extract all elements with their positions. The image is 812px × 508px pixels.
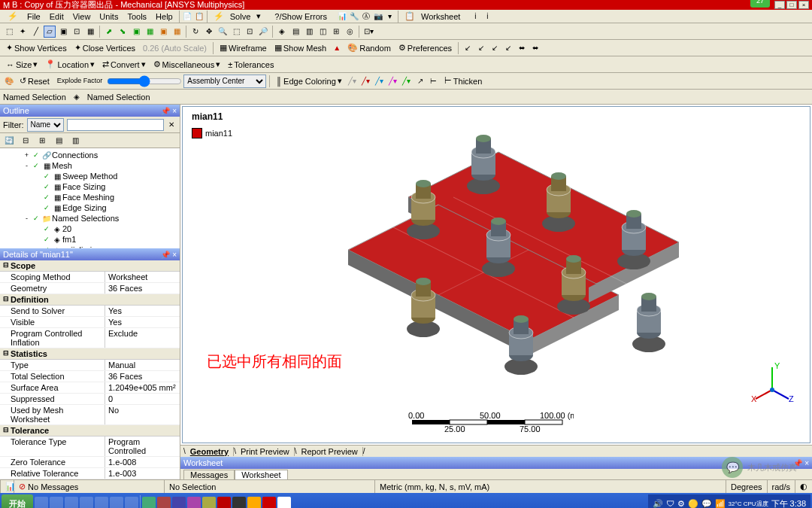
edge-icon[interactable]: ╱▾	[360, 75, 372, 87]
size-dropdown[interactable]: ↔Size ▾	[3, 59, 41, 69]
edge-icon[interactable]: ╱▾	[347, 75, 359, 87]
tree-node-named-selections[interactable]: -📁Named Selections	[2, 213, 178, 224]
zoom-icon[interactable]: 🔍	[217, 26, 229, 38]
edge-coloring-dropdown[interactable]: ║Edge Coloring ▾	[273, 76, 345, 86]
quick-launch-icon[interactable]	[110, 497, 123, 508]
details-section-tolerance[interactable]: ⊟Tolerance	[0, 425, 180, 437]
wireframe-button[interactable]: ▦Wireframe	[217, 43, 270, 53]
pin-icon[interactable]: 📌 ×	[161, 251, 177, 259]
system-tray[interactable]: 🔊 🛡 ⚙ 🟡 💬 📶 32°C CPU温度 下午 3:38	[648, 494, 810, 508]
tray-icon[interactable]: 📶	[715, 499, 726, 509]
rotate-icon[interactable]: ↻	[189, 26, 201, 38]
worksheet-button[interactable]: 📋Worksheet	[400, 11, 469, 21]
pin-icon[interactable]: 📌 ×	[161, 107, 177, 115]
details-section-scope[interactable]: ⊟Scope	[0, 260, 180, 272]
tab-report-preview[interactable]: Report Preview	[297, 447, 363, 456]
triad-icon[interactable]: Y X Z	[750, 360, 795, 405]
toolbar-icon[interactable]: ⊢	[428, 75, 440, 87]
quick-launch-icon[interactable]	[95, 497, 108, 508]
preferences-button[interactable]: ⚙Preferences	[395, 43, 455, 53]
show-vertices-button[interactable]: ✦Show Vertices	[3, 43, 70, 53]
pan-icon[interactable]: ✥	[203, 26, 215, 38]
face-icon[interactable]: ▱	[44, 26, 56, 38]
tree-icon[interactable]: ▤	[53, 135, 65, 147]
notification-badge[interactable]: 27	[750, 0, 770, 8]
misc-dropdown[interactable]: ⚙Miscellaneous ▾	[150, 59, 224, 69]
filter-type-select[interactable]: Name	[27, 118, 64, 132]
view-icon[interactable]: ▤	[289, 26, 301, 38]
toolbar-icon[interactable]: 🎨	[3, 75, 15, 87]
toolbar-icon[interactable]: i	[469, 11, 481, 23]
close-vertices-button[interactable]: ✦Close Vertices	[71, 43, 138, 53]
reset-button[interactable]: ↺Reset	[17, 76, 53, 86]
toolbar-icon[interactable]: ↙	[462, 42, 474, 54]
details-row[interactable]: Zero Tolerance1.e-008	[0, 457, 180, 468]
menu-edit[interactable]: Edit	[45, 12, 68, 21]
view-icon[interactable]: ⊞	[330, 26, 342, 38]
named-selection-icon[interactable]: ◈	[71, 91, 83, 103]
tree-node-sweep-method[interactable]: ▦Sweep Method	[2, 171, 178, 181]
toolbar-icon[interactable]: 🔧	[348, 11, 360, 23]
edge-icon[interactable]: ╱▾	[401, 75, 413, 87]
details-section-definition[interactable]: ⊟Definition	[0, 294, 180, 306]
manage-views-icon[interactable]: ⊡▾	[362, 26, 374, 38]
details-row[interactable]: Used by Mesh WorksheetNo	[0, 405, 180, 425]
details-row[interactable]: Total Selection36 Faces	[0, 371, 180, 382]
outline-tvirgine[interactable]: +🔗Connections-▦Mesh▦Sweep Method▦Face Si…	[0, 148, 180, 248]
toolbar-icon[interactable]: ↙	[502, 42, 514, 54]
tray-icon[interactable]: 🟡	[688, 499, 698, 509]
thicken-button[interactable]: ⊢Thicken	[441, 76, 486, 86]
menu-file[interactable]: File	[23, 12, 45, 21]
toolbar-icon[interactable]: ↙	[475, 42, 487, 54]
toolbar-icon[interactable]: ▦	[171, 26, 183, 38]
viewport-canvas[interactable]: mian11 mian11	[182, 106, 810, 443]
view-icon[interactable]: ◎	[344, 26, 356, 38]
magnify-icon[interactable]: 🔎	[257, 26, 269, 38]
taskbar-app-icon[interactable]	[187, 497, 201, 508]
tab-print-preview[interactable]: Print Preview	[236, 447, 295, 456]
details-row[interactable]: Program Controlled InflationExclude	[0, 328, 180, 348]
toolbar-icon[interactable]: ▲	[331, 42, 343, 54]
convert-dropdown[interactable]: ⇄Convert ▾	[99, 59, 149, 69]
taskbar-app-icon[interactable]	[217, 497, 231, 508]
iso-icon[interactable]: ◈	[276, 26, 288, 38]
taskbar-app-icon[interactable]	[172, 497, 186, 508]
zoom-fit-icon[interactable]: ⊡	[244, 26, 256, 38]
named-selection-item[interactable]: Named Selection	[87, 93, 150, 102]
toolbar-icon[interactable]: 📊	[336, 11, 348, 23]
direction-icon[interactable]: ↗	[414, 75, 426, 87]
collapse-icon[interactable]: ⊞	[36, 135, 48, 147]
toolbar-icon[interactable]: Ⓐ	[360, 11, 372, 23]
taskbar-app-icon[interactable]	[157, 497, 171, 508]
tolerances-button[interactable]: ±Tolerances	[225, 60, 277, 69]
details-row[interactable]: Surface Area1.2049e+005 mm²	[0, 382, 180, 394]
show-mesh-button[interactable]: ▦Show Mesh	[271, 43, 329, 53]
toolbar-icon[interactable]: ⬊	[117, 26, 129, 38]
details-section-statistics[interactable]: ⊟Statistics	[0, 348, 180, 360]
menu-tools[interactable]: Tools	[123, 12, 151, 21]
tree-node-connections[interactable]: +🔗Connections	[2, 150, 178, 160]
tree-node-mesh[interactable]: -▦Mesh	[2, 160, 178, 171]
toolbar-icon[interactable]: ▦	[144, 26, 156, 38]
assembly-center-select[interactable]: Assembly Center	[183, 75, 266, 88]
random-button[interactable]: 🎨Random	[344, 43, 394, 53]
details-row[interactable]: Tolerance TypeProgram Controlled	[0, 437, 180, 457]
details-row[interactable]: TypeManual	[0, 360, 180, 371]
tree-node-edge-sizing[interactable]: ▦Edge Sizing	[2, 202, 178, 213]
location-dropdown[interactable]: 📍Location ▾	[42, 59, 98, 69]
taskbar-app-icon[interactable]	[202, 497, 216, 508]
node-icon[interactable]: ⊡	[71, 26, 83, 38]
toolbar-icon[interactable]: 📋	[193, 11, 205, 23]
tree-icon[interactable]: ▥	[69, 135, 81, 147]
extend-icon[interactable]: ⬈	[103, 26, 115, 38]
tree-node-face-sizing[interactable]: ▦Face Sizing	[2, 181, 178, 192]
details-row[interactable]: Relative Tolerance1.e-003	[0, 468, 180, 479]
tab-messages[interactable]: Messages	[183, 470, 235, 479]
view-icon[interactable]: ◫	[317, 26, 329, 38]
taskbar-app-icon[interactable]	[262, 497, 276, 508]
details-row[interactable]: Suppressed0	[0, 394, 180, 405]
taskbar-app-icon[interactable]	[247, 497, 261, 508]
filter-input[interactable]	[67, 119, 164, 131]
expand-icon[interactable]: ⊟	[20, 135, 32, 147]
minimize-button[interactable]: _	[774, 1, 785, 9]
